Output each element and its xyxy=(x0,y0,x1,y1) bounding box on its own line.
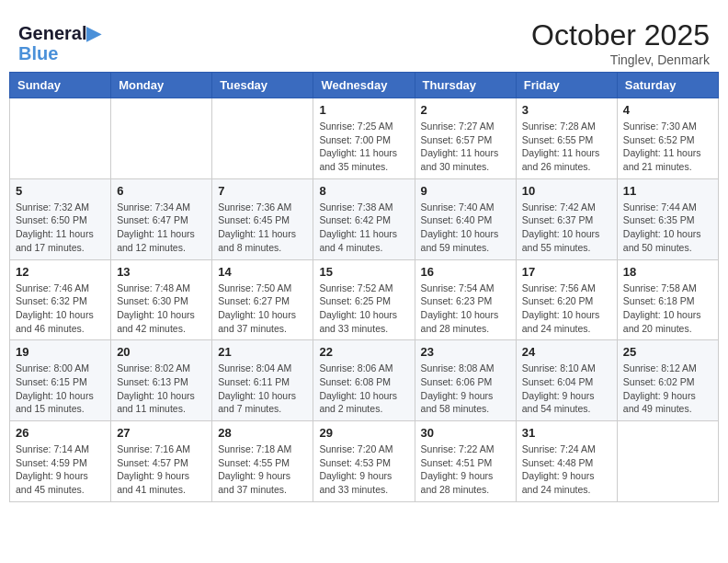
day-number: 3 xyxy=(522,103,611,117)
calendar-cell: 27Sunrise: 7:16 AMSunset: 4:57 PMDayligh… xyxy=(111,421,212,502)
calendar-cell: 30Sunrise: 7:22 AMSunset: 4:51 PMDayligh… xyxy=(415,421,516,502)
header-monday: Monday xyxy=(111,73,212,98)
day-number: 7 xyxy=(218,184,307,198)
calendar-cell: 8Sunrise: 7:38 AMSunset: 6:42 PMDaylight… xyxy=(313,178,415,259)
calendar-cell: 12Sunrise: 7:46 AMSunset: 6:32 PMDayligh… xyxy=(10,259,111,340)
day-info: Sunrise: 7:50 AMSunset: 6:27 PMDaylight:… xyxy=(218,282,307,336)
day-number: 27 xyxy=(117,426,206,440)
day-number: 22 xyxy=(319,345,408,359)
day-number: 4 xyxy=(623,103,712,117)
day-number: 13 xyxy=(117,265,206,279)
calendar-cell: 23Sunrise: 8:08 AMSunset: 6:06 PMDayligh… xyxy=(415,340,516,421)
calendar-cell: 18Sunrise: 7:58 AMSunset: 6:18 PMDayligh… xyxy=(617,259,718,340)
calendar-cell: 26Sunrise: 7:14 AMSunset: 4:59 PMDayligh… xyxy=(10,421,111,502)
day-number: 31 xyxy=(522,426,611,440)
day-info: Sunrise: 8:02 AMSunset: 6:13 PMDaylight:… xyxy=(117,362,206,416)
day-info: Sunrise: 7:22 AMSunset: 4:51 PMDaylight:… xyxy=(421,442,510,497)
calendar-cell xyxy=(10,98,111,179)
day-info: Sunrise: 7:25 AMSunset: 7:00 PMDaylight:… xyxy=(319,120,408,174)
calendar-cell xyxy=(617,421,718,502)
day-info: Sunrise: 8:12 AMSunset: 6:02 PMDaylight:… xyxy=(623,362,712,416)
day-number: 5 xyxy=(16,184,105,198)
day-info: Sunrise: 8:10 AMSunset: 6:04 PMDaylight:… xyxy=(522,362,611,416)
day-info: Sunrise: 7:27 AMSunset: 6:57 PMDaylight:… xyxy=(421,120,510,174)
day-info: Sunrise: 7:40 AMSunset: 6:40 PMDaylight:… xyxy=(421,201,510,255)
day-info: Sunrise: 8:08 AMSunset: 6:06 PMDaylight:… xyxy=(421,362,510,416)
day-number: 18 xyxy=(623,265,712,279)
calendar-cell: 2Sunrise: 7:27 AMSunset: 6:57 PMDaylight… xyxy=(415,98,516,179)
day-info: Sunrise: 7:30 AMSunset: 6:52 PMDaylight:… xyxy=(623,120,712,174)
day-info: Sunrise: 7:52 AMSunset: 6:25 PMDaylight:… xyxy=(319,282,408,336)
calendar-week-1: 5Sunrise: 7:32 AMSunset: 6:50 PMDaylight… xyxy=(10,178,719,259)
day-number: 23 xyxy=(421,345,510,359)
calendar-cell: 7Sunrise: 7:36 AMSunset: 6:45 PMDaylight… xyxy=(212,178,313,259)
calendar-week-0: 1Sunrise: 7:25 AMSunset: 7:00 PMDaylight… xyxy=(10,98,719,179)
calendar-week-2: 12Sunrise: 7:46 AMSunset: 6:32 PMDayligh… xyxy=(10,259,719,340)
calendar-cell: 29Sunrise: 7:20 AMSunset: 4:53 PMDayligh… xyxy=(313,421,415,502)
day-info: Sunrise: 7:42 AMSunset: 6:37 PMDaylight:… xyxy=(522,201,611,255)
calendar-cell: 14Sunrise: 7:50 AMSunset: 6:27 PMDayligh… xyxy=(212,259,313,340)
day-number: 8 xyxy=(319,184,408,198)
day-number: 1 xyxy=(319,103,408,117)
day-number: 25 xyxy=(623,345,712,359)
calendar-cell xyxy=(212,98,313,179)
page-header: General▶ Blue October 2025 Tinglev, Denm… xyxy=(9,9,719,67)
calendar-cell xyxy=(111,98,212,179)
logo-text: General▶ Blue xyxy=(18,23,100,63)
header-wednesday: Wednesday xyxy=(313,73,415,98)
header-friday: Friday xyxy=(516,73,617,98)
day-number: 12 xyxy=(16,265,105,279)
day-number: 15 xyxy=(319,265,408,279)
day-number: 30 xyxy=(421,426,510,440)
location: Tinglev, Denmark xyxy=(531,52,710,67)
header-sunday: Sunday xyxy=(10,73,111,98)
calendar-table: Sunday Monday Tuesday Wednesday Thursday… xyxy=(9,72,719,502)
day-info: Sunrise: 7:32 AMSunset: 6:50 PMDaylight:… xyxy=(16,201,105,255)
day-info: Sunrise: 7:28 AMSunset: 6:55 PMDaylight:… xyxy=(522,120,611,174)
calendar-cell: 13Sunrise: 7:48 AMSunset: 6:30 PMDayligh… xyxy=(111,259,212,340)
day-info: Sunrise: 7:36 AMSunset: 6:45 PMDaylight:… xyxy=(218,201,307,255)
day-number: 11 xyxy=(623,184,712,198)
day-number: 19 xyxy=(16,345,105,359)
day-info: Sunrise: 7:18 AMSunset: 4:55 PMDaylight:… xyxy=(218,442,307,497)
calendar-header-row: Sunday Monday Tuesday Wednesday Thursday… xyxy=(10,73,719,98)
calendar-cell: 21Sunrise: 8:04 AMSunset: 6:11 PMDayligh… xyxy=(212,340,313,421)
day-info: Sunrise: 7:24 AMSunset: 4:48 PMDaylight:… xyxy=(522,442,611,497)
day-number: 6 xyxy=(117,184,206,198)
day-number: 26 xyxy=(16,426,105,440)
day-number: 21 xyxy=(218,345,307,359)
day-info: Sunrise: 7:58 AMSunset: 6:18 PMDaylight:… xyxy=(623,282,712,336)
month-title: October 2025 xyxy=(531,18,710,52)
title-section: October 2025 Tinglev, Denmark xyxy=(531,18,710,67)
day-number: 2 xyxy=(421,103,510,117)
header-thursday: Thursday xyxy=(415,73,516,98)
day-info: Sunrise: 7:38 AMSunset: 6:42 PMDaylight:… xyxy=(319,201,408,255)
calendar-cell: 1Sunrise: 7:25 AMSunset: 7:00 PMDaylight… xyxy=(313,98,415,179)
calendar-cell: 16Sunrise: 7:54 AMSunset: 6:23 PMDayligh… xyxy=(415,259,516,340)
calendar-cell: 31Sunrise: 7:24 AMSunset: 4:48 PMDayligh… xyxy=(516,421,617,502)
calendar-cell: 4Sunrise: 7:30 AMSunset: 6:52 PMDaylight… xyxy=(617,98,718,179)
calendar-cell: 17Sunrise: 7:56 AMSunset: 6:20 PMDayligh… xyxy=(516,259,617,340)
header-saturday: Saturday xyxy=(617,73,718,98)
calendar-cell: 5Sunrise: 7:32 AMSunset: 6:50 PMDaylight… xyxy=(10,178,111,259)
calendar-cell: 24Sunrise: 8:10 AMSunset: 6:04 PMDayligh… xyxy=(516,340,617,421)
day-info: Sunrise: 7:14 AMSunset: 4:59 PMDaylight:… xyxy=(16,442,105,497)
day-number: 24 xyxy=(522,345,611,359)
day-info: Sunrise: 7:20 AMSunset: 4:53 PMDaylight:… xyxy=(319,442,408,497)
day-info: Sunrise: 7:34 AMSunset: 6:47 PMDaylight:… xyxy=(117,201,206,255)
day-info: Sunrise: 8:00 AMSunset: 6:15 PMDaylight:… xyxy=(16,362,105,416)
day-info: Sunrise: 7:46 AMSunset: 6:32 PMDaylight:… xyxy=(16,282,105,336)
calendar-cell: 25Sunrise: 8:12 AMSunset: 6:02 PMDayligh… xyxy=(617,340,718,421)
day-info: Sunrise: 7:54 AMSunset: 6:23 PMDaylight:… xyxy=(421,282,510,336)
calendar-cell: 15Sunrise: 7:52 AMSunset: 6:25 PMDayligh… xyxy=(313,259,415,340)
day-info: Sunrise: 8:06 AMSunset: 6:08 PMDaylight:… xyxy=(319,362,408,416)
logo: General▶ Blue xyxy=(18,18,100,63)
calendar-cell: 3Sunrise: 7:28 AMSunset: 6:55 PMDaylight… xyxy=(516,98,617,179)
calendar-cell: 20Sunrise: 8:02 AMSunset: 6:13 PMDayligh… xyxy=(111,340,212,421)
day-number: 14 xyxy=(218,265,307,279)
calendar-cell: 28Sunrise: 7:18 AMSunset: 4:55 PMDayligh… xyxy=(212,421,313,502)
day-info: Sunrise: 7:44 AMSunset: 6:35 PMDaylight:… xyxy=(623,201,712,255)
day-number: 16 xyxy=(421,265,510,279)
day-number: 9 xyxy=(421,184,510,198)
day-info: Sunrise: 8:04 AMSunset: 6:11 PMDaylight:… xyxy=(218,362,307,416)
